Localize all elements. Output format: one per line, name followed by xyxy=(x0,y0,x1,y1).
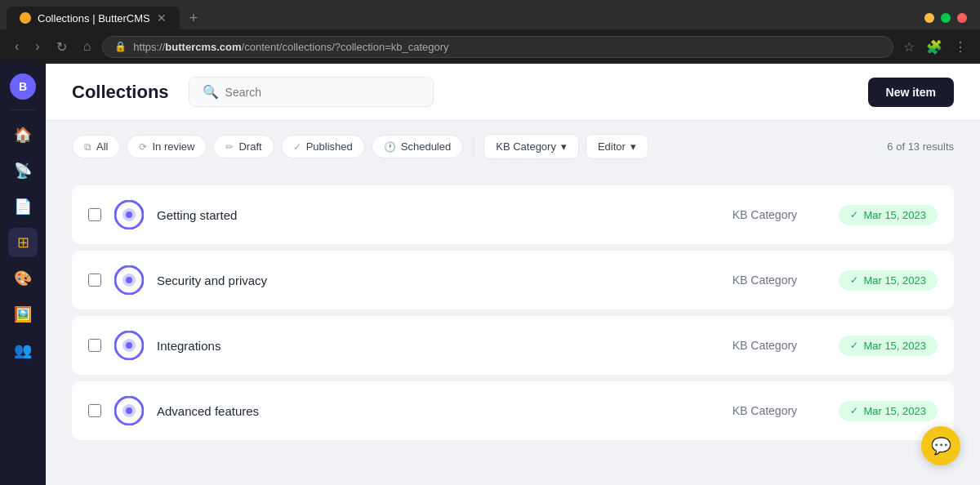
table-row: Getting started KB Category Mar 15, 2023 xyxy=(72,185,954,244)
close-button[interactable] xyxy=(957,13,967,23)
filter-separator xyxy=(473,137,474,157)
table-row: Advanced features KB Category Mar 15, 20… xyxy=(72,381,954,440)
results-count: 6 of 13 results xyxy=(887,140,954,153)
lock-icon: 🔒 xyxy=(114,41,127,52)
url-text: https://buttercms.com/content/collection… xyxy=(133,41,881,53)
filter-scheduled[interactable]: 🕐 Scheduled xyxy=(372,135,463,158)
content-list: Getting started KB Category Mar 15, 2023… xyxy=(46,172,980,485)
menu-icon[interactable]: ⋮ xyxy=(951,36,970,58)
main-content: Collections 🔍 New item ⧉ All ⟳ In review… xyxy=(46,64,980,485)
filter-published-label: Published xyxy=(306,140,353,153)
bookmark-icon[interactable]: ☆ xyxy=(900,36,918,58)
item-type-icon-1 xyxy=(114,200,144,229)
item-name-4: Advanced features xyxy=(157,404,690,418)
item-type-3: KB Category xyxy=(703,339,826,352)
item-type-2: KB Category xyxy=(703,274,826,287)
home-button[interactable]: ⌂ xyxy=(78,36,96,57)
filter-all-label: All xyxy=(96,140,108,153)
search-input[interactable] xyxy=(225,86,420,99)
chevron-down-icon-2: ▾ xyxy=(630,140,636,153)
tab-close-btn[interactable]: ✕ xyxy=(157,11,167,24)
header: Collections 🔍 New item xyxy=(46,64,980,121)
filter-all[interactable]: ⧉ All xyxy=(72,135,120,158)
svg-point-5 xyxy=(126,277,132,283)
reload-button[interactable]: ↻ xyxy=(51,36,72,58)
editor-dropdown[interactable]: Editor ▾ xyxy=(586,134,648,159)
extensions-icon[interactable]: 🧩 xyxy=(923,36,946,58)
maximize-button[interactable] xyxy=(941,13,951,23)
active-tab[interactable]: Collections | ButterCMS ✕ xyxy=(7,7,180,29)
row-checkbox-4[interactable] xyxy=(88,404,101,417)
sidebar-item-components[interactable]: 🎨 xyxy=(8,264,38,293)
published-icon: ✓ xyxy=(293,141,301,153)
svg-point-8 xyxy=(126,342,132,349)
item-name-3: Integrations xyxy=(157,339,690,353)
filter-draft-label: Draft xyxy=(238,140,261,153)
item-type-4: KB Category xyxy=(703,404,826,417)
minimize-button[interactable] xyxy=(924,13,934,23)
row-checkbox-2[interactable] xyxy=(88,274,101,287)
filter-scheduled-label: Scheduled xyxy=(401,140,451,153)
editor-dropdown-label: Editor xyxy=(598,140,626,153)
page-title: Collections xyxy=(72,82,169,103)
item-badge-3: Mar 15, 2023 xyxy=(839,336,938,356)
sidebar-item-users[interactable]: 👥 xyxy=(8,336,38,365)
row-checkbox-3[interactable] xyxy=(88,339,101,352)
item-name-1: Getting started xyxy=(157,208,690,222)
item-type-icon-3 xyxy=(114,331,144,360)
filter-draft[interactable]: ✏ Draft xyxy=(213,135,274,158)
back-button[interactable]: ‹ xyxy=(10,36,24,57)
item-name-2: Security and privacy xyxy=(157,274,690,287)
table-row: Security and privacy KB Category Mar 15,… xyxy=(72,251,954,309)
filters-bar: ⧉ All ⟳ In review ✏ Draft ✓ Published 🕐 … xyxy=(46,121,980,172)
chat-button[interactable]: 💬 xyxy=(921,426,960,465)
new-tab-button[interactable]: + xyxy=(183,7,205,30)
draft-icon: ✏ xyxy=(225,141,234,153)
table-row: Integrations KB Category Mar 15, 2023 xyxy=(72,316,954,375)
svg-point-11 xyxy=(126,407,132,414)
scheduled-icon: 🕐 xyxy=(384,141,396,153)
svg-point-2 xyxy=(126,211,132,218)
new-item-button[interactable]: New item xyxy=(868,78,954,107)
in-review-icon: ⟳ xyxy=(139,141,147,153)
filter-in-review-label: In review xyxy=(152,140,194,153)
search-icon: 🔍 xyxy=(203,84,219,100)
item-type-icon-2 xyxy=(114,265,144,295)
item-type-icon-4 xyxy=(114,396,144,425)
item-badge-4: Mar 15, 2023 xyxy=(839,401,938,421)
sidebar-divider xyxy=(10,109,36,110)
filter-published[interactable]: ✓ Published xyxy=(281,135,365,158)
item-badge-2: Mar 15, 2023 xyxy=(839,270,938,291)
collection-dropdown-label: KB Category xyxy=(496,140,556,153)
sidebar-item-collections[interactable]: ⊞ xyxy=(8,228,38,257)
tab-title: Collections | ButterCMS xyxy=(38,12,150,24)
address-bar[interactable]: 🔒 https://buttercms.com/content/collecti… xyxy=(102,36,893,58)
item-badge-1: Mar 15, 2023 xyxy=(839,205,938,225)
row-checkbox-1[interactable] xyxy=(88,208,101,221)
sidebar-item-activity[interactable]: 📡 xyxy=(8,156,38,185)
forward-button[interactable]: › xyxy=(30,36,44,57)
tab-favicon xyxy=(20,12,31,24)
sidebar-item-home[interactable]: 🏠 xyxy=(8,120,38,149)
all-icon: ⧉ xyxy=(84,141,91,153)
chevron-down-icon: ▾ xyxy=(561,140,567,153)
sidebar-item-pages[interactable]: 📄 xyxy=(8,192,38,221)
filter-in-review[interactable]: ⟳ In review xyxy=(127,135,207,158)
sidebar: B 🏠 📡 📄 ⊞ 🎨 🖼️ 👥 xyxy=(0,64,46,485)
item-type-1: KB Category xyxy=(703,208,826,221)
sidebar-item-media[interactable]: 🖼️ xyxy=(8,300,38,329)
collection-dropdown[interactable]: KB Category ▾ xyxy=(483,134,579,159)
avatar[interactable]: B xyxy=(10,73,36,100)
search-box: 🔍 xyxy=(189,77,434,107)
